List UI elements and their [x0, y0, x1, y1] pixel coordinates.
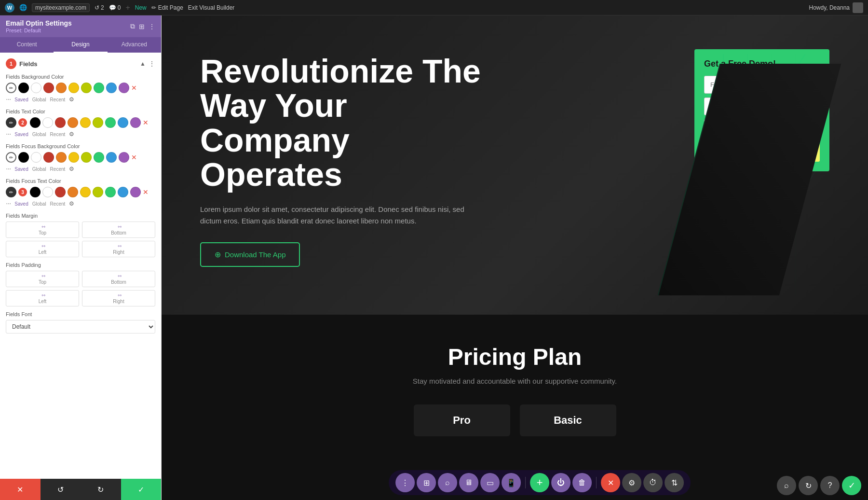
margin-left-input[interactable]: ⇿ Left — [6, 241, 79, 257]
focus-text-edit-icon[interactable]: ✏ — [6, 187, 16, 197]
padding-top-input[interactable]: ⇿ Top — [6, 271, 79, 287]
undo-button[interactable]: ↺ — [41, 479, 81, 500]
color-swatch-green[interactable] — [94, 83, 104, 93]
focus-bg-edit-icon[interactable]: ✏ — [6, 152, 16, 163]
margin-right-input[interactable]: ⇿ Right — [82, 241, 155, 257]
email-input[interactable] — [704, 119, 820, 137]
first-name-input[interactable] — [704, 76, 820, 94]
focus-bg-swatch-red[interactable] — [43, 152, 54, 163]
color-swatch-lime[interactable] — [81, 83, 92, 93]
toolbar-tablet[interactable]: ▭ — [480, 473, 500, 492]
color-swatch-purple[interactable] — [119, 83, 129, 93]
text-color-swatch-white[interactable] — [42, 117, 53, 128]
text-color-swatch-blue[interactable] — [118, 117, 128, 128]
margin-bottom-input[interactable]: ⇿ Bottom — [82, 222, 155, 238]
focus-text-swatch-green[interactable] — [105, 187, 116, 197]
focus-bg-swatch-white[interactable] — [31, 152, 41, 163]
focus-text-swatch-orange[interactable] — [68, 187, 78, 197]
close-button[interactable]: ✕ — [0, 479, 41, 500]
text-color-swatch-black[interactable] — [30, 117, 41, 128]
focus-bg-more-icon[interactable]: ··· — [6, 165, 11, 173]
save-button[interactable]: ✓ — [121, 479, 162, 500]
toolbar-desktop[interactable]: 🖥 — [459, 473, 478, 492]
focus-text-swatch-purple[interactable] — [130, 187, 141, 197]
focus-bg-swatch-blue[interactable] — [106, 152, 117, 163]
focus-text-swatch-blue[interactable] — [118, 187, 128, 197]
right-refresh-button[interactable]: ↻ — [799, 476, 818, 495]
toolbar-delete[interactable]: 🗑 — [572, 473, 592, 492]
new-button[interactable]: New — [135, 4, 147, 11]
focus-bg-swatch-purple[interactable] — [119, 152, 129, 163]
focus-bg-swatch-black[interactable] — [18, 152, 29, 163]
text-color-swatch-purple[interactable] — [130, 117, 141, 128]
focus-text-swatch-yellow[interactable] — [80, 187, 91, 197]
color-swatch-orange[interactable] — [56, 83, 67, 93]
collapse-arrow-icon[interactable]: ▲ — [140, 60, 146, 67]
wp-logo-icon[interactable]: W — [5, 3, 14, 13]
color-clear-icon[interactable]: ✕ — [131, 84, 137, 92]
text-more-colors-icon[interactable]: ··· — [6, 130, 11, 139]
right-help-button[interactable]: ? — [820, 476, 840, 495]
exit-visual-builder-button[interactable]: Exit Visual Builder — [188, 4, 235, 11]
color-swatch-yellow[interactable] — [68, 83, 79, 93]
tab-design[interactable]: Design — [54, 37, 107, 53]
focus-bg-settings-icon[interactable]: ⚙ — [69, 166, 74, 172]
sidebar-preset[interactable]: Preset: Default — [6, 28, 72, 33]
site-icon[interactable]: 🌐 — [19, 4, 27, 11]
toolbar-close[interactable]: ✕ — [601, 473, 620, 492]
text-color-swatch-green[interactable] — [105, 117, 116, 128]
focus-text-more-icon[interactable]: ··· — [6, 199, 11, 208]
toolbar-layout[interactable]: ⊞ — [417, 473, 436, 492]
edit-page-button[interactable]: ✏ Edit Page — [151, 4, 183, 11]
color-swatch-blue[interactable] — [106, 83, 117, 93]
toolbar-power[interactable]: ⏻ — [551, 473, 570, 492]
text-color-swatch-red[interactable] — [55, 117, 66, 128]
more-colors-icon[interactable]: ··· — [6, 95, 11, 104]
text-color-swatch-yellow[interactable] — [80, 117, 91, 128]
focus-bg-swatch-yellow[interactable] — [68, 152, 79, 163]
hero-cta-button[interactable]: ⊕ Download The App — [200, 242, 300, 267]
focus-bg-swatch-green[interactable] — [94, 152, 104, 163]
focus-bg-clear-icon[interactable]: ✕ — [131, 153, 137, 161]
padding-bottom-input[interactable]: ⇿ Bottom — [82, 271, 155, 287]
section-options-icon[interactable]: ⋮ — [149, 60, 155, 68]
text-color-swatch-orange[interactable] — [68, 117, 78, 128]
split-icon[interactable]: ⊞ — [139, 23, 145, 30]
focus-bg-swatch-lime[interactable] — [81, 152, 92, 163]
site-url[interactable]: mysiteexample.com — [32, 3, 90, 12]
color-edit-dark-icon[interactable]: ✏ — [6, 117, 16, 128]
color-swatch-black[interactable] — [18, 83, 29, 93]
color-settings-icon[interactable]: ⚙ — [69, 96, 74, 103]
focus-text-clear-icon[interactable]: ✕ — [143, 188, 149, 196]
last-name-input[interactable] — [704, 97, 820, 115]
toolbar-sort[interactable]: ⇅ — [665, 473, 684, 492]
margin-top-input[interactable]: ⇿ Top — [6, 222, 79, 238]
focus-text-swatch-white[interactable] — [42, 187, 53, 197]
text-color-settings-icon[interactable]: ⚙ — [69, 131, 74, 138]
toolbar-more-options[interactable]: ⋮ — [395, 473, 415, 492]
focus-text-swatch-lime[interactable] — [93, 187, 103, 197]
focus-text-settings-icon[interactable]: ⚙ — [69, 200, 74, 207]
toolbar-settings[interactable]: ⚙ — [622, 473, 641, 492]
toolbar-search[interactable]: ⌕ — [438, 473, 457, 492]
focus-text-swatch-black[interactable] — [30, 187, 41, 197]
fields-font-select[interactable]: Default — [6, 320, 155, 333]
menu-icon[interactable]: ⋮ — [149, 23, 155, 30]
toolbar-mobile[interactable]: 📱 — [502, 473, 521, 492]
text-color-clear-icon[interactable]: ✕ — [143, 119, 149, 126]
tab-advanced[interactable]: Advanced — [108, 37, 161, 53]
copy-icon[interactable]: ⧉ — [130, 22, 135, 30]
toolbar-history[interactable]: ⏱ — [643, 473, 663, 492]
focus-text-swatch-red[interactable] — [55, 187, 66, 197]
tab-content[interactable]: Content — [0, 37, 54, 53]
subscribe-button[interactable]: Subscribe — [704, 142, 820, 162]
focus-bg-swatch-orange[interactable] — [56, 152, 67, 163]
redo-button[interactable]: ↻ — [81, 479, 121, 500]
color-edit-icon[interactable]: ✏ — [6, 83, 16, 93]
color-swatch-red[interactable] — [43, 83, 54, 93]
color-swatch-white[interactable] — [31, 83, 41, 93]
right-search-button[interactable]: ⌕ — [777, 476, 796, 495]
toolbar-add[interactable]: + — [530, 473, 549, 492]
padding-left-input[interactable]: ⇿ Left — [6, 290, 79, 306]
text-color-swatch-lime[interactable] — [93, 117, 103, 128]
